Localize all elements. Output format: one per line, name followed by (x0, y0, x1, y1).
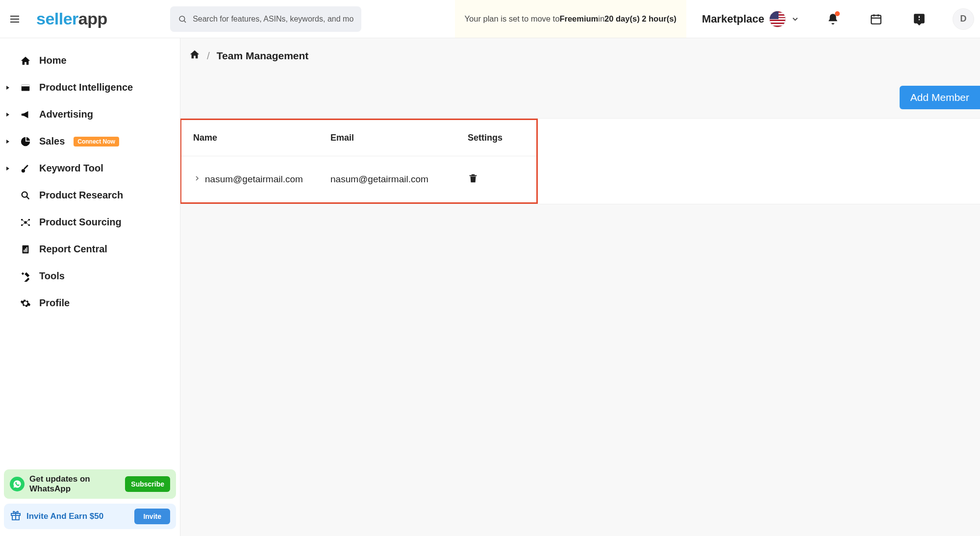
magnify-icon (19, 190, 32, 201)
svg-marker-9 (6, 86, 9, 90)
svg-point-17 (22, 192, 27, 197)
calendar-icon (870, 13, 882, 25)
sidebar-item-label: Sales (39, 136, 65, 147)
page-title: Team Management (217, 50, 309, 62)
connect-now-badge: Connect Now (74, 137, 119, 146)
report-icon (19, 244, 32, 255)
brand-part1: seller (36, 9, 78, 28)
megaphone-icon (19, 109, 32, 120)
highlight-annotation: Name Email Settings nasum@getairmail.com… (180, 119, 538, 204)
member-email: nasum@getairmail.com (325, 168, 462, 191)
whatsapp-text: Get updates on WhatsApp (29, 474, 120, 494)
brand-logo[interactable]: sellerapp (36, 9, 107, 28)
sidebar-item-label: Home (39, 55, 67, 66)
breadcrumb-separator: / (207, 50, 210, 62)
menu-toggle[interactable] (6, 10, 24, 28)
caret-right-icon (4, 166, 12, 171)
sidebar-item-label: Tools (39, 270, 65, 282)
sidebar-item-profile[interactable]: Profile (0, 290, 180, 317)
col-settings-header: Settings (462, 127, 530, 149)
calendar-button[interactable] (866, 9, 886, 29)
svg-line-24 (22, 219, 25, 222)
hamburger-icon (9, 13, 21, 25)
svg-rect-11 (22, 84, 30, 86)
sales-icon (19, 136, 32, 147)
add-member-button[interactable]: Add Member (900, 86, 980, 109)
svg-rect-29 (24, 249, 25, 252)
svg-line-26 (22, 222, 25, 225)
trash-icon (468, 172, 478, 185)
sidebar-item-tools[interactable]: Tools (0, 263, 180, 290)
sidebar-item-label: Report Central (39, 244, 107, 255)
home-icon (19, 55, 32, 66)
svg-line-18 (26, 196, 29, 199)
chevron-right-icon (193, 174, 201, 182)
invite-card: Invite And Earn $50 Invite (4, 504, 176, 529)
table-row: nasum@getairmail.com nasum@getairmail.co… (181, 156, 536, 202)
sidebar-item-label: Advertising (39, 109, 93, 120)
team-table: Name Email Settings nasum@getairmail.com… (180, 118, 980, 204)
search-icon (178, 14, 187, 24)
tools-icon (19, 271, 32, 282)
svg-point-15 (22, 169, 25, 172)
whatsapp-subscribe-button[interactable]: Subscribe (125, 476, 170, 492)
expand-row[interactable] (193, 174, 201, 185)
invite-button[interactable]: Invite (134, 509, 170, 524)
svg-line-4 (184, 21, 186, 22)
sidebar-item-label: Product Research (39, 190, 123, 201)
sidebar-item-advertising[interactable]: Advertising (0, 101, 180, 128)
sidebar-item-keyword-tool[interactable]: Keyword Tool (0, 155, 180, 182)
global-search[interactable] (170, 6, 361, 32)
notification-dot-icon (835, 11, 840, 16)
svg-rect-5 (871, 15, 881, 24)
notifications-button[interactable] (823, 9, 843, 29)
search-input[interactable] (193, 15, 353, 24)
whatsapp-card: Get updates on WhatsApp Subscribe (4, 469, 176, 499)
col-name-header: Name (187, 127, 325, 149)
sidebar-item-label: Keyword Tool (39, 163, 103, 174)
whatsapp-icon (10, 477, 25, 491)
announcements-button[interactable] (909, 9, 929, 29)
key-icon (19, 163, 32, 174)
delete-member-button[interactable] (468, 172, 478, 187)
sidebar-item-home[interactable]: Home (0, 47, 180, 74)
invite-text: Invite And Earn $50 (26, 512, 129, 521)
sidebar: Home Product Intelligence Advertising Sa… (0, 38, 180, 536)
sidebar-item-report-central[interactable]: Report Central (0, 236, 180, 263)
sidebar-item-sales[interactable]: Sales Connect Now (0, 128, 180, 155)
sidebar-item-label: Product Intelligence (39, 82, 133, 93)
product-intel-icon (19, 82, 32, 93)
svg-marker-13 (6, 140, 9, 144)
brand-part2: app (78, 9, 107, 28)
sidebar-item-label: Product Sourcing (39, 217, 122, 228)
svg-point-3 (179, 16, 185, 21)
us-flag-icon (769, 11, 786, 27)
gear-icon (19, 298, 32, 309)
svg-rect-16 (24, 165, 28, 170)
sidebar-item-product-intelligence[interactable]: Product Intelligence (0, 74, 180, 101)
marketplace-label: Marketplace (702, 13, 764, 25)
caret-right-icon (4, 112, 12, 117)
svg-line-25 (25, 219, 29, 222)
sidebar-item-label: Profile (39, 297, 70, 309)
svg-marker-12 (6, 113, 9, 117)
svg-rect-30 (25, 248, 26, 252)
sidebar-item-product-research[interactable]: Product Research (0, 182, 180, 209)
breadcrumb: / Team Management (180, 38, 980, 66)
svg-marker-14 (6, 167, 9, 171)
user-avatar[interactable]: D (953, 8, 974, 30)
plan-banner: Your plan is set to move to Freemium in … (455, 0, 686, 38)
marketplace-selector[interactable]: Marketplace (702, 11, 800, 27)
home-icon (189, 49, 200, 60)
caret-right-icon (4, 85, 12, 90)
svg-line-27 (25, 222, 29, 225)
gift-icon (10, 510, 22, 523)
col-email-header: Email (325, 127, 462, 149)
svg-rect-31 (26, 247, 27, 252)
main-content: / Team Management Add Member Name Email … (180, 38, 980, 536)
announcement-icon (913, 13, 926, 25)
member-name: nasum@getairmail.com (205, 174, 303, 185)
sidebar-item-product-sourcing[interactable]: Product Sourcing (0, 209, 180, 236)
breadcrumb-home[interactable] (189, 49, 200, 62)
caret-right-icon (4, 139, 12, 144)
